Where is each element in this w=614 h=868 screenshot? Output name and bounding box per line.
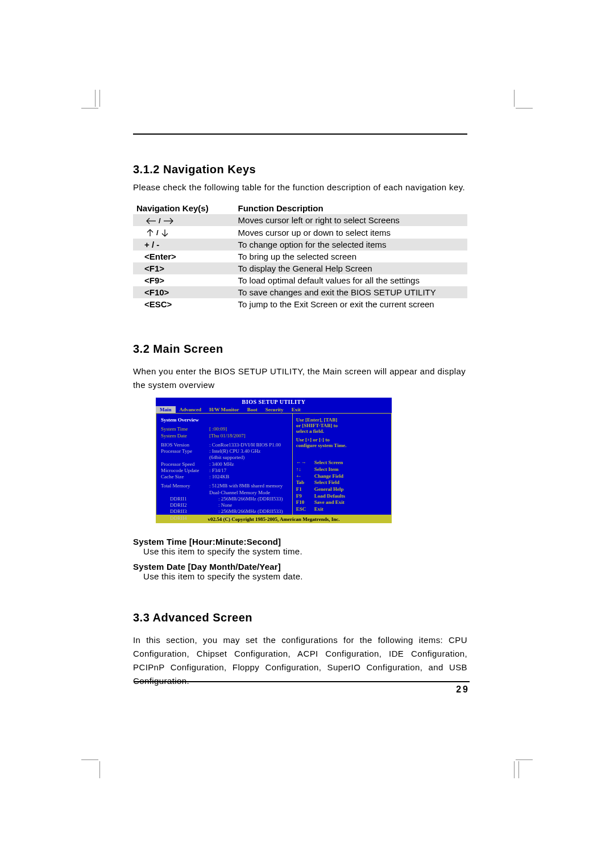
bios-tab: Exit bbox=[288, 406, 305, 413]
bios-key-row: F10Save and Exit bbox=[296, 499, 388, 506]
bios-help: Use [+] or [-] to bbox=[296, 437, 388, 443]
svg-text:/: / bbox=[159, 217, 161, 225]
bios-tab: Security bbox=[262, 406, 288, 413]
crop-mark bbox=[514, 761, 515, 778]
bios-help: or [SHIFT-TAB] to bbox=[296, 423, 388, 428]
bios-key-row: TabSelect Field bbox=[296, 479, 388, 486]
nav-desc: To bring up the selected screen bbox=[222, 251, 467, 262]
nav-desc: Moves cursor up or down to select items bbox=[222, 226, 467, 239]
heading-advanced-screen: 3.3 Advanced Screen bbox=[133, 611, 467, 624]
nav-row: <F1>To display the General Help Screen bbox=[133, 262, 467, 274]
nav-desc: To save changes and exit the BIOS SETUP … bbox=[222, 286, 467, 298]
bios-info-row: Cache Size1024KB bbox=[161, 474, 289, 480]
bios-key-row: ESCExit bbox=[296, 506, 388, 513]
bios-help: select a field. bbox=[296, 428, 388, 434]
crop-mark bbox=[81, 108, 98, 108]
heading-nav-keys: 3.1.2 Navigation Keys bbox=[133, 163, 467, 176]
nav-key: <F1> bbox=[133, 262, 222, 274]
heading-main-screen: 3.2 Main Screen bbox=[133, 343, 467, 356]
bios-info-row: DDRII3256MB/266MHz (DDRII533) bbox=[161, 508, 289, 515]
bios-help: configure system Time. bbox=[296, 443, 388, 448]
nav-desc: To change option for the selected items bbox=[222, 239, 467, 251]
bios-info-row: DDRII1256MB/266MHz (DDRII533) bbox=[161, 496, 289, 502]
crop-mark bbox=[99, 761, 100, 778]
crop-mark bbox=[99, 90, 100, 107]
nav-row: <F9>To load optimal default values for a… bbox=[133, 274, 467, 286]
arrow-ud-icon: / bbox=[144, 227, 175, 237]
nav-desc: To display the General Help Screen bbox=[222, 262, 467, 274]
bios-key-row: F9Load Defaults bbox=[296, 493, 388, 500]
nav-row: <ESC>To jump to the Exit Screen or exit … bbox=[133, 298, 467, 310]
bios-info-row: Processor Speed3400 MHz bbox=[161, 461, 289, 468]
bios-tabs: MainAdvancedH/W MonitorBootSecurityExit bbox=[156, 406, 392, 413]
bios-time-label: System Time bbox=[161, 426, 209, 432]
nav-header-desc: Function Description bbox=[222, 202, 467, 214]
nav-row: /Moves cursor up or down to select items bbox=[133, 226, 467, 239]
crop-mark bbox=[514, 90, 515, 107]
nav-key: <Enter> bbox=[133, 251, 222, 262]
nav-desc: Moves cursor left or right to select Scr… bbox=[222, 214, 467, 226]
nav-key: / bbox=[133, 226, 222, 239]
nav-row: <F10>To save changes and exit the BIOS S… bbox=[133, 286, 467, 298]
bios-info-row: (64bit supported) bbox=[161, 454, 289, 461]
nav-keys-table: Navigation Key(s) Function Description /… bbox=[133, 202, 467, 310]
nav-key: <F10> bbox=[133, 286, 222, 298]
arrow-lr-icon: / bbox=[144, 215, 175, 225]
bios-time-value: [ :00:09] bbox=[209, 426, 289, 432]
bios-tab: Advanced bbox=[176, 406, 206, 413]
crop-mark bbox=[81, 760, 98, 760]
bios-info-row: BIOS VersionConRoe1333-DVI/H BIOS P1.00 bbox=[161, 442, 289, 448]
nav-header-key: Navigation Key(s) bbox=[133, 202, 222, 214]
bios-left-pane: System Overview System Time [ :00:09] Sy… bbox=[156, 413, 293, 515]
top-rule bbox=[133, 133, 467, 135]
nav-key: <F9> bbox=[133, 274, 222, 286]
system-date-text: Use this item to specify the system date… bbox=[143, 571, 467, 581]
crop-mark bbox=[516, 760, 533, 760]
bios-info-row: Dual-Channel Memory Mode bbox=[161, 490, 289, 496]
nav-row: + / -To change option for the selected i… bbox=[133, 239, 467, 251]
nav-row: <Enter>To bring up the selected screen bbox=[133, 251, 467, 262]
paragraph-nav-intro: Please check the following table for the… bbox=[133, 181, 467, 194]
bios-key-row: ←→Select Screen bbox=[296, 460, 388, 466]
page-number: 29 bbox=[134, 681, 470, 695]
system-time-header: System Time [Hour:Minute:Second] bbox=[133, 537, 467, 546]
bios-tab: H/W Monitor bbox=[205, 406, 243, 413]
bios-tab: Main bbox=[156, 406, 176, 413]
svg-text:/: / bbox=[156, 228, 159, 237]
bios-info-row: Total Memory512MB with 8MB shared memory bbox=[161, 483, 289, 489]
nav-key: <ESC> bbox=[133, 298, 222, 310]
bios-date-value: [Thu 01/18/2007] bbox=[209, 433, 289, 439]
paragraph-main-intro: When you enter the BIOS SETUP UTILITY, t… bbox=[133, 365, 467, 392]
crop-mark bbox=[95, 90, 96, 107]
bios-key-row: ↑↓Select Item bbox=[296, 466, 388, 473]
bios-key-row: +-Change Field bbox=[296, 473, 388, 480]
bios-help: Use [Enter], [TAB] bbox=[296, 417, 388, 423]
bios-help-pane: Use [Enter], [TAB] or [SHIFT-TAB] to sel… bbox=[293, 413, 392, 515]
bios-screenshot: BIOS SETUP UTILITY MainAdvancedH/W Monit… bbox=[156, 398, 392, 523]
bios-info-row: Processor TypeIntel(R) CPU 3.40 GHz bbox=[161, 448, 289, 454]
nav-desc: To load optimal default values for all t… bbox=[222, 274, 467, 286]
bios-date-label: System Date bbox=[161, 433, 209, 439]
crop-mark bbox=[516, 108, 533, 108]
crop-mark bbox=[518, 761, 519, 778]
bios-title: BIOS SETUP UTILITY bbox=[156, 398, 392, 406]
bios-key-row: F1General Help bbox=[296, 486, 388, 493]
nav-desc: To jump to the Exit Screen or exit the c… bbox=[222, 298, 467, 310]
bios-tab: Boot bbox=[243, 406, 262, 413]
system-time-text: Use this item to specify the system time… bbox=[143, 546, 467, 556]
nav-key: / bbox=[133, 214, 222, 226]
system-date-header: System Date [Day Month/Date/Year] bbox=[133, 562, 467, 571]
nav-row: /Moves cursor left or right to select Sc… bbox=[133, 214, 467, 226]
bios-overview-header: System Overview bbox=[161, 417, 289, 423]
paragraph-advanced-intro: In this section, you may set the configu… bbox=[133, 633, 467, 688]
nav-key: + / - bbox=[133, 239, 222, 251]
bios-info-row: Microcode UpdateF34/17 bbox=[161, 468, 289, 474]
bios-info-row: DDRII2None bbox=[161, 502, 289, 508]
